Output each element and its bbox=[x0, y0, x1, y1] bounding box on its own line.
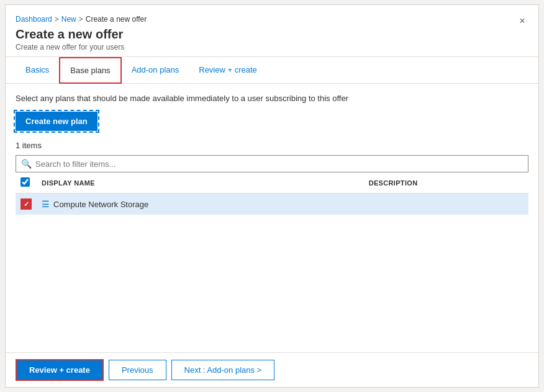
header-display-name: DISPLAY NAME bbox=[37, 172, 364, 194]
row-description-cell bbox=[364, 194, 528, 215]
row-checkbox-cell: ✓ bbox=[16, 194, 37, 215]
tab-review-create[interactable]: Review + create bbox=[189, 58, 267, 83]
next-button[interactable]: Next : Add-on plans > bbox=[171, 360, 275, 380]
search-input[interactable] bbox=[35, 159, 523, 169]
table-header-row: DISPLAY NAME DESCRIPTION bbox=[16, 172, 528, 194]
tab-addon-plans[interactable]: Add-on plans bbox=[122, 58, 189, 83]
row-checkbox[interactable]: ✓ bbox=[20, 198, 32, 210]
header-description: DESCRIPTION bbox=[364, 172, 528, 194]
panel-footer: Review + create Previous Next : Add-on p… bbox=[6, 352, 538, 387]
search-box: 🔍 bbox=[16, 155, 528, 172]
panel-title: Create a new offer bbox=[16, 27, 528, 42]
row-name-text: Compute Network Storage bbox=[53, 200, 148, 209]
breadcrumb-sep-1: > bbox=[55, 15, 59, 24]
row-icon: ☰ bbox=[42, 199, 50, 209]
breadcrumb-sep-2: > bbox=[79, 15, 83, 24]
panel-header: Dashboard > New > Create a new offer Cre… bbox=[6, 5, 538, 57]
breadcrumb-new[interactable]: New bbox=[61, 15, 76, 24]
close-button[interactable]: × bbox=[515, 14, 530, 29]
previous-button[interactable]: Previous bbox=[109, 360, 166, 380]
panel-subtitle: Create a new offer for your users bbox=[16, 43, 528, 51]
panel-body: Select any plans that should be made ava… bbox=[6, 84, 538, 352]
row-display-name-cell: ☰ Compute Network Storage bbox=[37, 194, 364, 215]
tab-basics[interactable]: Basics bbox=[16, 58, 59, 83]
table-row: ✓ ☰ Compute Network Storage bbox=[16, 194, 528, 215]
tabs-nav: Basics Base plans Add-on plans Review + … bbox=[6, 57, 538, 84]
body-description: Select any plans that should be made ava… bbox=[16, 94, 528, 103]
search-icon: 🔍 bbox=[21, 159, 32, 169]
breadcrumb: Dashboard > New > Create a new offer bbox=[16, 15, 528, 24]
breadcrumb-dashboard[interactable]: Dashboard bbox=[16, 15, 52, 24]
header-checkbox-cell bbox=[16, 172, 37, 194]
review-create-button[interactable]: Review + create bbox=[16, 359, 104, 381]
items-count: 1 items bbox=[16, 141, 528, 150]
items-table: DISPLAY NAME DESCRIPTION ✓ ☰ Compute Net… bbox=[16, 172, 528, 215]
create-new-plan-button[interactable]: Create new plan bbox=[16, 112, 97, 131]
create-offer-panel: Dashboard > New > Create a new offer Cre… bbox=[5, 4, 539, 388]
header-checkbox[interactable] bbox=[20, 177, 30, 187]
breadcrumb-current: Create a new offer bbox=[86, 15, 147, 24]
tab-base-plans[interactable]: Base plans bbox=[59, 57, 121, 84]
